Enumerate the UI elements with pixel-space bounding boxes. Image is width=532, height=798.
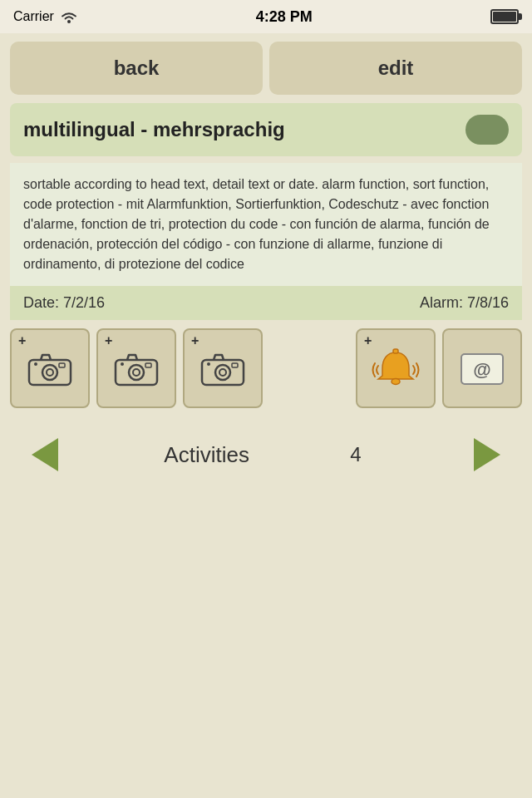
status-time: 4:28 PM <box>256 8 313 26</box>
svg-rect-4 <box>59 363 65 367</box>
status-bar: Carrier 4:28 PM <box>0 0 532 33</box>
title-text: multilingual - mehrsprachig <box>23 118 466 141</box>
svg-point-3 <box>47 369 53 376</box>
description-text: sortable according to head text, detail … <box>23 175 509 274</box>
svg-point-13 <box>219 369 226 376</box>
camera-icon-1 <box>26 348 74 388</box>
date-label: Date: 7/2/16 <box>23 294 105 312</box>
svg-rect-9 <box>145 363 151 367</box>
photo-button-1[interactable]: + <box>10 328 90 408</box>
bell-icon <box>372 346 420 391</box>
alarm-label: Alarm: 7/8/16 <box>420 294 509 312</box>
prev-page-button[interactable] <box>27 433 63 476</box>
camera-icon-2 <box>112 348 160 388</box>
page-number: 4 <box>350 443 361 466</box>
plus-icon: + <box>364 333 372 348</box>
svg-point-8 <box>133 369 140 376</box>
toggle-button[interactable] <box>466 115 509 145</box>
svg-rect-14 <box>232 363 238 367</box>
activities-label: Activities <box>164 442 249 468</box>
plus-icon: + <box>191 333 199 348</box>
right-arrow-icon <box>474 438 500 471</box>
left-arrow-icon <box>32 438 58 471</box>
svg-point-5 <box>34 362 37 366</box>
title-section: multilingual - mehrsprachig <box>10 103 522 156</box>
back-button[interactable]: back <box>10 42 263 95</box>
svg-point-10 <box>121 362 124 366</box>
mail-icon: @ <box>458 347 506 389</box>
svg-point-7 <box>129 365 144 380</box>
svg-point-15 <box>207 362 210 366</box>
date-alarm-bar: Date: 7/2/16 Alarm: 7/8/16 <box>10 286 522 320</box>
svg-rect-17 <box>393 349 398 353</box>
bell-action-button[interactable]: + <box>356 328 436 408</box>
battery-icon <box>490 9 519 24</box>
mail-action-button[interactable]: @ <box>442 328 522 408</box>
bottom-nav: Activities 4 <box>10 421 522 488</box>
nav-buttons: back edit <box>0 33 532 103</box>
photo-button-3[interactable]: + <box>183 328 263 408</box>
svg-text:@: @ <box>473 359 490 380</box>
photo-button-2[interactable]: + <box>96 328 176 408</box>
camera-icon-3 <box>199 348 247 388</box>
edit-button[interactable]: edit <box>269 42 522 95</box>
wifi-icon <box>61 11 77 24</box>
plus-icon: + <box>18 333 26 348</box>
svg-point-12 <box>215 365 230 380</box>
svg-point-16 <box>392 379 400 385</box>
svg-point-0 <box>67 20 71 23</box>
svg-point-2 <box>42 365 57 380</box>
photos-section: + + + <box>10 328 522 408</box>
description-section: sortable according to head text, detail … <box>10 163 522 286</box>
plus-icon: + <box>105 333 112 348</box>
next-page-button[interactable] <box>469 433 505 476</box>
carrier-label: Carrier <box>13 9 77 24</box>
